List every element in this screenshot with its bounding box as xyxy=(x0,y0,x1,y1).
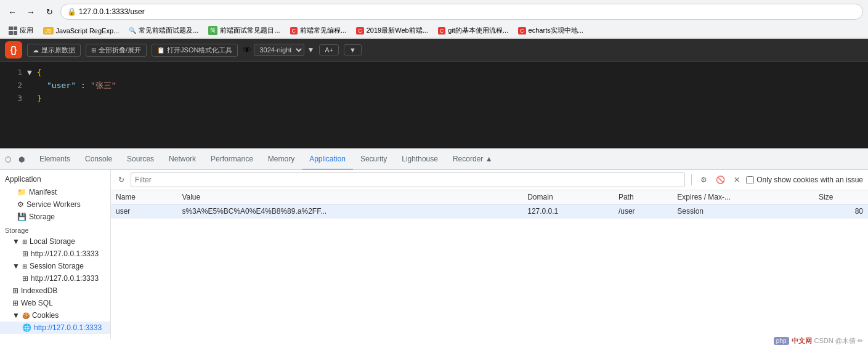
storage-icon: 💾 xyxy=(17,212,26,221)
tab-memory[interactable]: Memory xyxy=(261,149,302,170)
sidebar-section-application: Application xyxy=(0,172,110,186)
indexeddb-icon: ⊞ xyxy=(12,286,18,295)
bookmark-label-7: echarts实现中地... xyxy=(529,26,583,35)
csdn-label: 中文网 xyxy=(792,336,812,339)
csdn-text: CSDN @木倩 ✏ xyxy=(814,336,863,339)
expand-local-storage-icon: ▼ xyxy=(12,237,20,246)
bookmark-apps-label: 应用 xyxy=(20,26,33,35)
table-header: Name Value Domain Path Expires / Max-...… xyxy=(111,190,868,204)
bookmark-label-3: 前端面试常见题目... xyxy=(220,26,280,35)
lock-icon: 🔒 xyxy=(67,7,76,16)
bookmark-label-4: 前端常见编程... xyxy=(300,26,346,35)
expand-session-storage-icon: ▼ xyxy=(12,262,20,270)
tab-lighthouse[interactable]: Lighthouse xyxy=(394,149,445,170)
bookmark-icon-7: C xyxy=(518,27,526,34)
sidebar-item-web-sql[interactable]: ⊞ Web SQL xyxy=(0,297,110,309)
tab-sources[interactable]: Sources xyxy=(120,149,161,170)
local-storage-origin-icon: ⊞ xyxy=(22,249,28,258)
only-issue-checkbox[interactable] xyxy=(746,176,754,184)
bookmark-1[interactable]: JS JavaScript RegExp... xyxy=(39,26,123,36)
cookies-grid-icon: 🍪 xyxy=(22,312,30,319)
sidebar-item-local-storage-origin[interactable]: ⊞ http://127.0.0.1:3333 xyxy=(0,248,110,260)
bookmark-7[interactable]: C echarts实现中地... xyxy=(514,25,587,36)
table-row[interactable]: user s%3A%E5%BC%A0%E4%B8%89.a%2FF... 127… xyxy=(111,204,868,219)
devtools-body: Application 📁 Manifest ⚙ Service Workers… xyxy=(0,170,868,339)
json-line-1: 1 ▼ { xyxy=(10,67,858,79)
sidebar-item-cookies[interactable]: ▼ 🍪 Cookies xyxy=(0,309,110,322)
forward-button[interactable]: → xyxy=(23,4,38,19)
sidebar-section-storage: Storage xyxy=(0,223,110,235)
expand-cookies-icon: ▼ xyxy=(12,311,20,320)
sidebar-item-local-storage[interactable]: ▼ ⊞ Local Storage xyxy=(0,235,110,248)
address-bar[interactable]: 🔒 127.0.0.1:3333/user xyxy=(60,4,863,20)
sidebar-item-service-workers[interactable]: ⚙ Service Workers xyxy=(0,198,110,211)
cookies-table: Name Value Domain Path Expires / Max-...… xyxy=(111,190,868,219)
bookmark-6[interactable]: C git的基本使用流程... xyxy=(434,25,512,36)
show-raw-button[interactable]: ☁ 显示原数据 xyxy=(27,44,81,57)
session-storage-origin-icon: ⊞ xyxy=(22,274,28,283)
sidebar-item-cookies-origin[interactable]: 🌐 http://127.0.0.1:3333 xyxy=(0,322,110,334)
apps-grid-icon xyxy=(9,26,17,35)
php-badge: php xyxy=(774,337,789,339)
bookmark-5[interactable]: C 2019最新Web前端... xyxy=(352,25,432,36)
filter-options-button[interactable]: ⚙ xyxy=(698,174,710,185)
bookmark-icon-5: C xyxy=(356,27,364,34)
bookmark-apps[interactable]: 应用 xyxy=(5,25,37,36)
open-json-tool-button[interactable]: 📋 打开JSON格式化工具 xyxy=(152,44,238,57)
bookmark-2[interactable]: 🔍 常见前端面试题及... xyxy=(125,25,202,36)
bookmark-label-5: 2019最新Web前端... xyxy=(367,26,428,35)
theme-dropdown[interactable]: 3024-night monokai default xyxy=(254,44,304,56)
font-size-button[interactable]: A+ xyxy=(319,44,339,55)
dock-icon-2[interactable]: ⬢ xyxy=(16,154,27,165)
tab-console[interactable]: Console xyxy=(78,149,120,170)
sidebar-item-manifest[interactable]: 📁 Manifest xyxy=(0,186,110,198)
bookmark-4[interactable]: C 前端常见编程... xyxy=(286,25,351,36)
dock-icon-1[interactable]: ⬡ xyxy=(2,154,14,165)
browser-chrome: ← → ↻ 🔒 127.0.0.1:3333/user 应用 JS JavaSc… xyxy=(0,0,868,39)
col-header-size: Size xyxy=(814,190,868,204)
browser-nav: ← → ↻ 🔒 127.0.0.1:3333/user xyxy=(0,0,868,23)
cell-size: 80 xyxy=(814,204,868,219)
bookmark-icon-1: JS xyxy=(43,27,54,34)
fold-all-button[interactable]: ⊞ 全部折叠/展开 xyxy=(86,44,147,57)
sidebar-item-session-storage-origin[interactable]: ⊞ http://127.0.0.1:3333 xyxy=(0,272,110,285)
reload-button[interactable]: ↻ xyxy=(42,4,57,19)
back-button[interactable]: ← xyxy=(5,4,20,19)
web-sql-icon: ⊞ xyxy=(12,299,18,307)
devtools: ⬡ ⬢ Elements Console Sources Network Per… xyxy=(0,148,868,339)
sidebar-item-session-storage[interactable]: ▼ ⊞ Session Storage xyxy=(0,260,110,272)
tab-network[interactable]: Network xyxy=(161,149,203,170)
tab-elements[interactable]: Elements xyxy=(32,149,78,170)
cell-value: s%3A%E5%BC%A0%E4%B8%89.a%2FF... xyxy=(177,204,522,219)
session-storage-grid-icon: ⊞ xyxy=(22,263,27,270)
cell-path: /user xyxy=(614,204,672,219)
bookmark-icon-6: C xyxy=(438,27,446,34)
url-text: 127.0.0.1:3333/user xyxy=(79,7,145,16)
filter-input[interactable] xyxy=(131,172,685,187)
bookmark-3[interactable]: 简 前端面试常见题目... xyxy=(205,25,283,36)
tab-application[interactable]: Application xyxy=(302,149,353,170)
col-header-value: Value xyxy=(177,190,522,204)
cookies-origin-icon: 🌐 xyxy=(22,323,31,332)
tab-performance[interactable]: Performance xyxy=(203,149,261,170)
sidebar-item-storage[interactable]: 💾 Storage xyxy=(0,211,110,223)
dock-buttons: ⬡ ⬢ xyxy=(2,154,27,165)
font-options-button[interactable]: ▼ xyxy=(344,44,362,55)
devtools-tabs: ⬡ ⬢ Elements Console Sources Network Per… xyxy=(0,149,868,170)
json-toolbar: {} ☁ 显示原数据 ⊞ 全部折叠/展开 📋 打开JSON格式化工具 👁 302… xyxy=(0,39,868,62)
sidebar-item-indexeddb[interactable]: ⊞ IndexedDB xyxy=(0,285,110,297)
only-issue-label[interactable]: Only show cookies with an issue xyxy=(746,176,863,184)
col-header-expires: Expires / Max-... xyxy=(672,190,814,204)
refresh-cookies-button[interactable]: ↻ xyxy=(116,174,127,185)
tab-recorder[interactable]: Recorder ▲ xyxy=(445,149,500,170)
json-line-2: 2 "user" : "张三" xyxy=(10,79,858,92)
tab-security[interactable]: Security xyxy=(353,149,394,170)
close-panel-button[interactable]: ✕ xyxy=(731,174,742,185)
clear-cookies-button[interactable]: 🚫 xyxy=(713,174,728,185)
bookmark-label-1: JavaScript RegExp... xyxy=(56,27,120,34)
table-body: user s%3A%E5%BC%A0%E4%B8%89.a%2FF... 127… xyxy=(111,204,868,219)
bookmark-icon-2: 🔍 xyxy=(129,27,136,34)
bookmark-label-6: git的基本使用流程... xyxy=(448,26,508,35)
main-toolbar: ↻ ⚙ 🚫 ✕ Only show cookies with an issue xyxy=(111,170,868,190)
toolbar-right: Only show cookies with an issue xyxy=(746,176,863,184)
